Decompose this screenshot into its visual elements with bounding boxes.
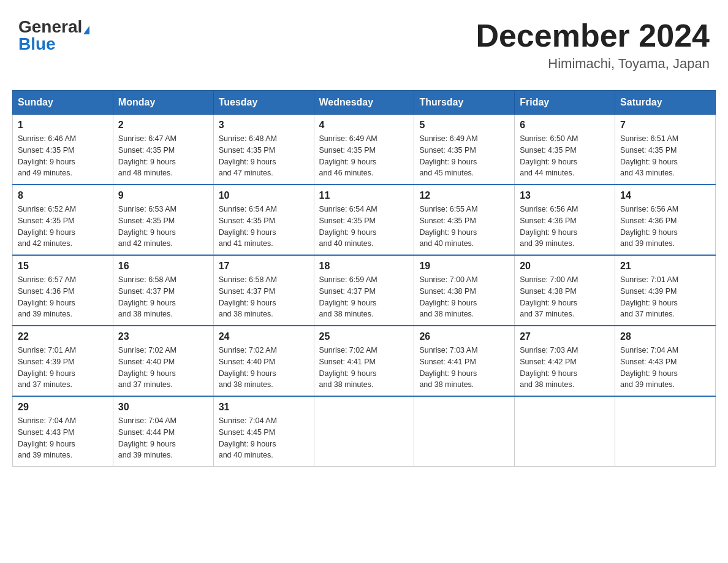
day-info: Sunrise: 6:49 AM Sunset: 4:35 PM Dayligh… [319, 133, 409, 179]
table-row: 2 Sunrise: 6:47 AM Sunset: 4:35 PM Dayli… [113, 115, 213, 185]
day-number: 5 [419, 120, 509, 131]
day-info: Sunrise: 6:58 AM Sunset: 4:37 PM Dayligh… [118, 274, 208, 320]
table-row: 17 Sunrise: 6:58 AM Sunset: 4:37 PM Dayl… [213, 255, 314, 326]
table-row: 19 Sunrise: 7:00 AM Sunset: 4:38 PM Dayl… [414, 255, 515, 326]
table-row [414, 396, 515, 467]
table-row: 29 Sunrise: 7:04 AM Sunset: 4:43 PM Dayl… [13, 396, 113, 467]
logo-text: General [18, 18, 89, 36]
day-info: Sunrise: 6:58 AM Sunset: 4:37 PM Dayligh… [219, 274, 309, 320]
table-row: 7 Sunrise: 6:51 AM Sunset: 4:35 PM Dayli… [615, 115, 716, 185]
day-number: 11 [319, 190, 409, 201]
header-tuesday: Tuesday [213, 91, 314, 115]
table-row: 11 Sunrise: 6:54 AM Sunset: 4:35 PM Dayl… [314, 185, 414, 255]
table-row [515, 396, 615, 467]
logo-triangle-icon [83, 26, 89, 34]
table-row: 25 Sunrise: 7:02 AM Sunset: 4:41 PM Dayl… [314, 326, 414, 396]
header-sunday: Sunday [13, 91, 113, 115]
logo-blue-text: Blue [18, 36, 56, 53]
day-info: Sunrise: 6:59 AM Sunset: 4:37 PM Dayligh… [319, 274, 409, 320]
header-thursday: Thursday [414, 91, 515, 115]
day-info: Sunrise: 6:51 AM Sunset: 4:35 PM Dayligh… [620, 133, 710, 179]
day-number: 22 [18, 331, 108, 342]
day-number: 24 [219, 331, 309, 342]
day-number: 4 [319, 120, 409, 131]
table-row: 31 Sunrise: 7:04 AM Sunset: 4:45 PM Dayl… [213, 396, 314, 467]
day-number: 29 [18, 402, 108, 413]
table-row: 16 Sunrise: 6:58 AM Sunset: 4:37 PM Dayl… [113, 255, 213, 326]
table-row: 24 Sunrise: 7:02 AM Sunset: 4:40 PM Dayl… [213, 326, 314, 396]
table-row: 23 Sunrise: 7:02 AM Sunset: 4:40 PM Dayl… [113, 326, 213, 396]
day-number: 12 [419, 190, 509, 201]
table-row: 20 Sunrise: 7:00 AM Sunset: 4:38 PM Dayl… [515, 255, 615, 326]
calendar-table: Sunday Monday Tuesday Wednesday Thursday… [12, 90, 716, 467]
day-number: 3 [219, 120, 309, 131]
table-row: 12 Sunrise: 6:55 AM Sunset: 4:35 PM Dayl… [414, 185, 515, 255]
table-row: 8 Sunrise: 6:52 AM Sunset: 4:35 PM Dayli… [13, 185, 113, 255]
day-info: Sunrise: 6:47 AM Sunset: 4:35 PM Dayligh… [118, 133, 208, 179]
table-row: 13 Sunrise: 6:56 AM Sunset: 4:36 PM Dayl… [515, 185, 615, 255]
day-number: 31 [219, 402, 309, 413]
header-wednesday: Wednesday [314, 91, 414, 115]
day-info: Sunrise: 6:48 AM Sunset: 4:35 PM Dayligh… [219, 133, 309, 179]
day-info: Sunrise: 7:03 AM Sunset: 4:42 PM Dayligh… [520, 345, 610, 391]
table-row: 15 Sunrise: 6:57 AM Sunset: 4:36 PM Dayl… [13, 255, 113, 326]
day-info: Sunrise: 7:04 AM Sunset: 4:43 PM Dayligh… [620, 345, 710, 391]
day-number: 13 [520, 190, 610, 201]
table-row: 3 Sunrise: 6:48 AM Sunset: 4:35 PM Dayli… [213, 115, 314, 185]
logo-general-text: General [18, 17, 82, 36]
table-row [615, 396, 716, 467]
day-number: 7 [620, 120, 710, 131]
day-number: 1 [18, 120, 108, 131]
day-info: Sunrise: 6:52 AM Sunset: 4:35 PM Dayligh… [18, 204, 108, 250]
day-number: 9 [118, 190, 208, 201]
table-row: 18 Sunrise: 6:59 AM Sunset: 4:37 PM Dayl… [314, 255, 414, 326]
day-info: Sunrise: 6:56 AM Sunset: 4:36 PM Dayligh… [620, 204, 710, 250]
table-row: 5 Sunrise: 6:49 AM Sunset: 4:35 PM Dayli… [414, 115, 515, 185]
day-info: Sunrise: 7:00 AM Sunset: 4:38 PM Dayligh… [419, 274, 509, 320]
day-number: 28 [620, 331, 710, 342]
day-info: Sunrise: 7:01 AM Sunset: 4:39 PM Dayligh… [18, 345, 108, 391]
day-info: Sunrise: 6:54 AM Sunset: 4:35 PM Dayligh… [219, 204, 309, 250]
day-number: 21 [620, 261, 710, 272]
header-monday: Monday [113, 91, 213, 115]
table-row: 28 Sunrise: 7:04 AM Sunset: 4:43 PM Dayl… [615, 326, 716, 396]
table-row: 1 Sunrise: 6:46 AM Sunset: 4:35 PM Dayli… [13, 115, 113, 185]
table-row: 22 Sunrise: 7:01 AM Sunset: 4:39 PM Dayl… [13, 326, 113, 396]
day-number: 30 [118, 402, 208, 413]
day-info: Sunrise: 7:02 AM Sunset: 4:40 PM Dayligh… [219, 345, 309, 391]
day-number: 23 [118, 331, 208, 342]
day-number: 20 [520, 261, 610, 272]
day-number: 18 [319, 261, 409, 272]
day-info: Sunrise: 7:00 AM Sunset: 4:38 PM Dayligh… [520, 274, 610, 320]
table-row: 6 Sunrise: 6:50 AM Sunset: 4:35 PM Dayli… [515, 115, 615, 185]
day-number: 25 [319, 331, 409, 342]
title-section: December 2024 Himimachi, Toyama, Japan [476, 18, 710, 72]
table-row: 21 Sunrise: 7:01 AM Sunset: 4:39 PM Dayl… [615, 255, 716, 326]
day-number: 17 [219, 261, 309, 272]
day-info: Sunrise: 7:04 AM Sunset: 4:44 PM Dayligh… [118, 415, 208, 461]
weekday-header-row: Sunday Monday Tuesday Wednesday Thursday… [13, 91, 716, 115]
day-info: Sunrise: 6:50 AM Sunset: 4:35 PM Dayligh… [520, 133, 610, 179]
day-number: 15 [18, 261, 108, 272]
month-title: December 2024 [476, 18, 710, 53]
logo: General Blue [18, 18, 89, 53]
day-info: Sunrise: 6:55 AM Sunset: 4:35 PM Dayligh… [419, 204, 509, 250]
day-number: 6 [520, 120, 610, 131]
day-number: 27 [520, 331, 610, 342]
table-row: 26 Sunrise: 7:03 AM Sunset: 4:41 PM Dayl… [414, 326, 515, 396]
table-row: 14 Sunrise: 6:56 AM Sunset: 4:36 PM Dayl… [615, 185, 716, 255]
table-row: 4 Sunrise: 6:49 AM Sunset: 4:35 PM Dayli… [314, 115, 414, 185]
day-info: Sunrise: 7:04 AM Sunset: 4:45 PM Dayligh… [219, 415, 309, 461]
day-info: Sunrise: 6:49 AM Sunset: 4:35 PM Dayligh… [419, 133, 509, 179]
table-row: 9 Sunrise: 6:53 AM Sunset: 4:35 PM Dayli… [113, 185, 213, 255]
day-info: Sunrise: 6:56 AM Sunset: 4:36 PM Dayligh… [520, 204, 610, 250]
table-row: 10 Sunrise: 6:54 AM Sunset: 4:35 PM Dayl… [213, 185, 314, 255]
day-info: Sunrise: 6:46 AM Sunset: 4:35 PM Dayligh… [18, 133, 108, 179]
table-row [314, 396, 414, 467]
day-number: 14 [620, 190, 710, 201]
day-number: 2 [118, 120, 208, 131]
location-text: Himimachi, Toyama, Japan [476, 56, 710, 72]
day-number: 19 [419, 261, 509, 272]
table-row: 30 Sunrise: 7:04 AM Sunset: 4:44 PM Dayl… [113, 396, 213, 467]
day-info: Sunrise: 7:02 AM Sunset: 4:40 PM Dayligh… [118, 345, 208, 391]
